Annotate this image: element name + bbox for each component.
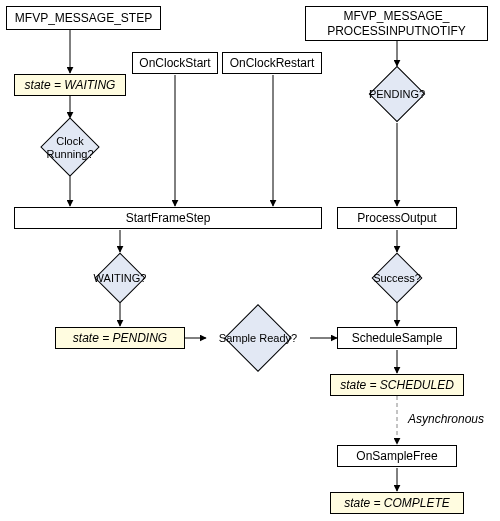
label: OnClockStart [139, 56, 210, 71]
node-processoutput: ProcessOutput [337, 207, 457, 229]
label: MFVP_MESSAGE_ PROCESSINPUTNOTIFY [327, 9, 466, 39]
node-schedulesample: ScheduleSample [337, 327, 457, 349]
node-onclockrestart: OnClockRestart [222, 52, 322, 74]
node-msg-notify: MFVP_MESSAGE_ PROCESSINPUTNOTIFY [305, 6, 488, 41]
label: ScheduleSample [352, 331, 443, 346]
label: state = WAITING [25, 78, 116, 93]
label: MFVP_MESSAGE_STEP [15, 11, 152, 26]
label: state = PENDING [73, 331, 167, 346]
node-startframestep: StartFrameStep [14, 207, 322, 229]
node-msg-step: MFVP_MESSAGE_STEP [6, 6, 161, 30]
node-state-waiting: state = WAITING [14, 74, 126, 96]
edge-label-asynchronous: Asynchronous [408, 412, 484, 426]
node-onsamplefree: OnSampleFree [337, 445, 457, 467]
node-state-pending: state = PENDING [55, 327, 185, 349]
node-state-scheduled: state = SCHEDULED [330, 374, 464, 396]
label: state = COMPLETE [344, 496, 450, 511]
label: StartFrameStep [126, 211, 211, 226]
label: OnClockRestart [230, 56, 315, 71]
flowchart-canvas: MFVP_MESSAGE_STEP MFVP_MESSAGE_ PROCESSI… [0, 0, 500, 521]
label: state = SCHEDULED [340, 378, 454, 393]
node-state-complete: state = COMPLETE [330, 492, 464, 514]
label: ProcessOutput [357, 211, 436, 226]
node-onclockstart: OnClockStart [132, 52, 218, 74]
label: OnSampleFree [356, 449, 437, 464]
